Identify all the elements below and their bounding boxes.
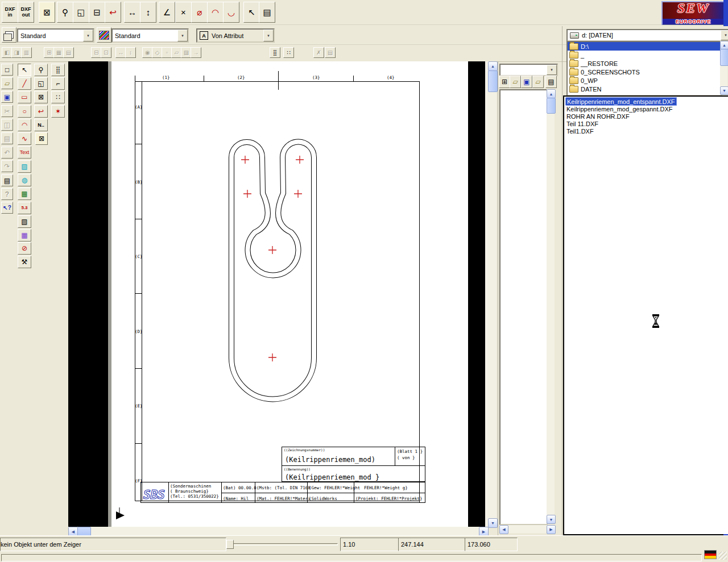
canvas-vscrollbar[interactable]: ▲ ▼ [488, 61, 497, 527]
print-page-button[interactable]: ▤ [1, 174, 13, 186]
linetype-combobox-arrow-icon[interactable]: ▼ [177, 30, 188, 41]
doc-window-button[interactable]: ⊠ [34, 91, 48, 103]
measure-arc-button[interactable]: ◠ [207, 2, 224, 23]
dxf-out-button[interactable]: DXF out [18, 2, 34, 23]
hatch-rectangle-button[interactable]: ▨ [18, 160, 31, 173]
middle-hscroll-right-icon[interactable]: ▶ [547, 525, 556, 534]
draw-rectangle-button[interactable]: ▭ [18, 91, 31, 103]
zoom-slider-thumb[interactable] [226, 540, 234, 549]
entry-list-button[interactable]: ▤ [545, 76, 557, 88]
measure-horizontal-button[interactable]: ↔ [124, 2, 140, 23]
delete-entity-button[interactable]: ✗ [313, 47, 324, 58]
file-item[interactable]: ROHR AN ROHR.DXF [565, 113, 631, 120]
file-item-selected[interactable]: Keilrippenriemen_mod_entspannt.DXF [565, 97, 677, 106]
file-item[interactable]: Teil 11.DXF [565, 120, 599, 127]
entry-save-button[interactable]: ▣ [521, 76, 532, 88]
text-tool-button[interactable]: Text [18, 146, 31, 159]
zoom-window-button[interactable]: ⊟ [89, 2, 105, 23]
canvas-hscrollbar[interactable]: ◀ ▶ [68, 527, 487, 535]
help-button[interactable]: ? [1, 188, 13, 200]
middle-listbox[interactable] [499, 89, 548, 525]
file-open-button[interactable]: ▱ [1, 77, 13, 89]
folder-vscrollbar[interactable]: ▲ ▼ [720, 41, 727, 94]
zoom-slider[interactable] [225, 538, 338, 550]
magnify-button[interactable]: ⚲ [34, 64, 48, 76]
folder-item[interactable]: __RESTORE [568, 59, 721, 68]
middle-combobox[interactable]: ▼ [499, 64, 558, 76]
folder-item[interactable]: 0_WP [568, 76, 721, 85]
grid-snap-button[interactable]: ∷ [283, 47, 294, 58]
zoom-page-button[interactable]: ◱ [73, 2, 89, 23]
draw-circle-button[interactable]: ○ [18, 105, 31, 118]
middle-vscroll-thumb[interactable] [547, 98, 556, 114]
middle-combobox-arrow-icon[interactable]: ▼ [547, 65, 557, 75]
zoom-button[interactable]: ⚲ [57, 2, 73, 23]
measure-diameter-button[interactable]: ⌀ [191, 2, 208, 23]
draw-line-button[interactable]: ╱ [18, 77, 31, 90]
properties-button[interactable]: ▤ [325, 47, 336, 58]
folder-item[interactable]: DATEN [568, 85, 721, 93]
file-item[interactable]: Keilrippenriemen_mod_gespannt.DXF [565, 105, 674, 113]
linetype-combobox[interactable]: Standard ▼ [111, 28, 189, 43]
entry-new-button[interactable]: ⊞ [499, 76, 510, 88]
doc-rename-button[interactable]: N.. [34, 119, 48, 131]
trim-button[interactable]: × [175, 2, 192, 23]
folder-listbox[interactable]: D:\ _ __RESTORE 0_SCREENSCHOTS 0_WP DATE… [566, 41, 722, 96]
entry-open-button[interactable]: ▱ [510, 76, 521, 88]
measure-vertical-button[interactable]: ↕ [140, 2, 156, 23]
magnify-doc-button[interactable]: ◱ [34, 77, 48, 90]
dimension-button[interactable]: 5.3 [18, 202, 31, 214]
drawing-canvas[interactable]: (1} (2} (3} (4} (A} (B} (C} (D} (E} (F} [68, 61, 488, 527]
file-item[interactable]: Teil1.DXF [565, 127, 595, 135]
drive-combobox-arrow-icon[interactable]: ▼ [721, 30, 728, 40]
middle-hscrollbar[interactable]: ◀ ▶ [499, 525, 555, 533]
select-cursor-button[interactable]: ↖ [243, 2, 260, 23]
middle-vscrollbar[interactable]: ▲ ▼ [547, 89, 555, 523]
select-tool-button[interactable]: ↖ [18, 64, 31, 76]
snap-intersection-button[interactable]: ✶ [51, 105, 65, 118]
measure-angle-button[interactable]: ∠ [159, 2, 175, 23]
canvas-vscroll-down-icon[interactable]: ▼ [488, 518, 498, 528]
color-combobox[interactable]: A Von Attribut ▼ [196, 28, 275, 43]
hatch-circle-button[interactable]: ◍ [18, 174, 31, 186]
insert-bitmap-button[interactable]: ▩ [18, 188, 31, 200]
color-palette-button[interactable]: ▦ [18, 229, 31, 242]
grid-button[interactable]: ⣿ [270, 47, 280, 58]
color-combobox-arrow-icon[interactable]: ▼ [263, 30, 274, 41]
erase-button[interactable]: ⊘ [18, 242, 31, 255]
middle-vscroll-down-icon[interactable]: ▼ [547, 515, 556, 524]
snap-grid-button[interactable]: ⣿ [51, 64, 65, 76]
measure-arc2-button[interactable]: ◡ [223, 2, 239, 23]
draw-arc-button[interactable]: ◠ [18, 119, 31, 131]
file-new-button[interactable]: □ [1, 64, 13, 76]
import-doc-button[interactable]: ↩ [105, 2, 121, 23]
context-help-button[interactable]: ↖? [1, 202, 13, 214]
layers-button[interactable] [2, 27, 16, 43]
entry-folder-button[interactable]: ▱ [532, 76, 544, 88]
middle-vscroll-up-icon[interactable]: ▲ [547, 89, 556, 98]
hatch-polygon-button[interactable]: ▧ [18, 215, 31, 228]
folder-vscroll-down-icon[interactable]: ▼ [720, 86, 728, 95]
new-drawing-button[interactable]: ⊠ [39, 2, 55, 23]
layer-combobox-arrow-icon[interactable]: ▼ [83, 30, 93, 41]
middle-hscroll-left-icon[interactable]: ◀ [499, 525, 508, 534]
print-button[interactable]: ▤ [259, 2, 275, 23]
folder-vscroll-thumb[interactable] [720, 49, 728, 66]
drive-combobox[interactable]: d: [DATEN] ▼ [566, 29, 728, 41]
layer-combobox[interactable]: Standard ▼ [17, 28, 94, 43]
file-save-button[interactable]: ▣ [1, 91, 13, 103]
linetype-button[interactable] [97, 27, 111, 43]
snap-points-button[interactable]: ∷ [51, 91, 65, 103]
canvas-vscroll-up-icon[interactable]: ▲ [488, 61, 498, 71]
doc-close-button[interactable]: ⊠ [35, 132, 48, 145]
folder-vscroll-up-icon[interactable]: ▲ [720, 41, 728, 49]
window-resize-grip[interactable] [719, 552, 727, 560]
draw-polyline-button[interactable]: ∿ [18, 132, 31, 145]
folder-item-selected[interactable]: D:\ [568, 42, 721, 51]
ortho-mode-button[interactable]: ⌐ [51, 77, 65, 90]
canvas-vscroll-thumb[interactable] [488, 70, 498, 92]
file-listbox[interactable]: Keilrippenriemen_mod_entspannt.DXF Keilr… [563, 95, 728, 535]
tools-settings-button[interactable]: ⚒ [18, 256, 31, 268]
folder-item[interactable]: 0_SCREENSCHOTS [568, 68, 721, 76]
doc-import-button[interactable]: ↩ [34, 105, 48, 118]
